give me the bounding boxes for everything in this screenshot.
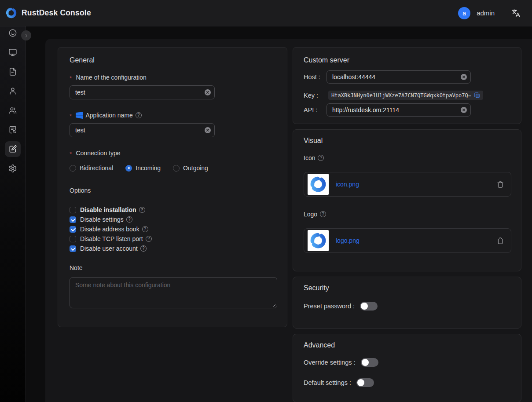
host-field (327, 70, 471, 84)
note-field (70, 277, 277, 308)
clear-icon[interactable] (461, 107, 467, 113)
key-label: Key : (304, 92, 327, 99)
delete-icon[interactable] (497, 237, 504, 245)
document-icon (8, 67, 17, 76)
radio-incoming[interactable]: Incoming (125, 164, 161, 172)
default-settings-label: Default settings : (304, 379, 351, 386)
app-title: RustDesk Console (22, 8, 91, 18)
note-textarea[interactable] (70, 277, 277, 308)
default-settings-toggle[interactable] (356, 378, 374, 387)
sidebar-item-custom-clients[interactable] (0, 139, 26, 159)
options-label: Options (70, 186, 275, 195)
sidebar-item-device-logs[interactable] (0, 120, 26, 139)
override-settings-toggle[interactable] (361, 358, 378, 367)
help-icon[interactable]: ? (140, 245, 147, 252)
visual-title: Visual (304, 137, 510, 145)
radio-outgoing[interactable]: Outgoing (173, 164, 208, 172)
preset-password-toggle[interactable] (360, 302, 378, 311)
logo-label: Logo ? (304, 210, 510, 219)
avatar[interactable]: a (458, 7, 470, 19)
checkbox-icon (70, 216, 76, 223)
app-name-label: Application name ? (70, 111, 275, 120)
key-chip: HtaXBkJNHyn0e1U1jWXze7A7CN7QTGWqxkOtpaVp… (328, 91, 483, 100)
advanced-card: Advanced Override settings : Default set… (293, 334, 521, 402)
custom-server-card: Custom server Host : Key : HtaXBkJNHyn0e… (293, 47, 521, 124)
checkbox-disable-address-book[interactable]: Disable address book ? (70, 224, 275, 234)
translate-icon[interactable] (511, 8, 521, 18)
security-card: Security Preset password : (293, 277, 521, 329)
chevron-right-icon (24, 33, 29, 38)
delete-icon[interactable] (497, 181, 504, 188)
sidebar-collapse-button[interactable] (21, 30, 31, 40)
clear-icon[interactable] (205, 89, 211, 95)
copy-icon[interactable] (474, 92, 480, 99)
clear-icon[interactable] (461, 74, 467, 80)
sidebar-item-settings[interactable] (0, 159, 26, 178)
app-name-field (70, 123, 215, 137)
config-name-label: Name of the configuration (70, 73, 275, 82)
radio-icon (70, 165, 76, 172)
editor-icon (8, 145, 17, 153)
config-name-input[interactable] (70, 85, 215, 99)
logo-filename-link[interactable]: logo.png (336, 237, 360, 244)
options-group: Disable installation ? Disable settings … (70, 205, 275, 253)
rustdesk-logo-icon (309, 175, 327, 193)
settings-icon (8, 164, 17, 173)
help-icon[interactable]: ? (318, 155, 324, 161)
icon-thumbnail (308, 174, 329, 195)
main-content: General Name of the configuration Applic… (45, 39, 532, 402)
help-icon[interactable]: ? (142, 226, 148, 232)
checkbox-icon (70, 207, 76, 213)
monitor-icon (8, 48, 17, 57)
logo-upload-item: logo.png (304, 228, 511, 253)
sidebar (0, 26, 26, 402)
help-icon[interactable]: ? (139, 207, 145, 213)
api-label: API : (304, 106, 327, 113)
checkbox-disable-settings[interactable]: Disable settings ? (70, 215, 275, 224)
advanced-title: Advanced (304, 341, 510, 349)
radio-icon (173, 165, 180, 172)
connection-type-group: Bidirectional Incoming Outgoing (70, 164, 275, 172)
checkbox-icon (70, 245, 76, 252)
sidebar-item-groups[interactable] (0, 101, 26, 120)
checkbox-disable-user-account[interactable]: Disable user account ? (70, 244, 275, 253)
host-input[interactable] (327, 70, 471, 84)
user-icon (8, 87, 17, 95)
help-icon[interactable]: ? (146, 236, 152, 242)
audit-log-icon (8, 125, 17, 134)
sidebar-item-devices[interactable] (0, 43, 26, 62)
api-row: API : (304, 103, 510, 117)
checkbox-icon (70, 236, 76, 242)
sidebar-item-audit[interactable] (0, 62, 26, 81)
api-input[interactable] (327, 103, 471, 117)
help-icon[interactable]: ? (126, 216, 132, 223)
help-icon[interactable]: ? (136, 112, 142, 118)
checkbox-disable-tcp-listen-port[interactable]: Disable TCP listen port ? (70, 234, 275, 244)
config-name-field (70, 85, 215, 99)
note-label: Note (70, 263, 275, 272)
preset-password-label: Preset password : (304, 303, 355, 310)
clear-icon[interactable] (205, 127, 211, 133)
user-group-icon (8, 106, 17, 115)
rustdesk-logo-icon (309, 232, 327, 249)
key-value: HtaXBkJNHyn0e1U1jWXze7A7CN7QTGWqxkOtpaVp… (331, 92, 471, 99)
icon-filename-link[interactable]: icon.png (336, 181, 359, 188)
help-icon[interactable]: ? (320, 211, 326, 217)
override-settings-label: Override settings : (304, 359, 356, 366)
sidebar-item-users[interactable] (0, 81, 26, 101)
key-row: Key : HtaXBkJNHyn0e1U1jWXze7A7CN7QTGWqxk… (304, 91, 510, 100)
user-name[interactable]: admin (477, 9, 495, 17)
checkbox-disable-installation[interactable]: Disable installation ? (70, 205, 275, 215)
app-header: RustDesk Console a admin (0, 0, 532, 26)
logo-thumbnail (308, 230, 329, 251)
host-label: Host : (304, 73, 327, 80)
connection-type-label: Connection type (70, 149, 275, 157)
icon-label: Icon ? (304, 153, 510, 162)
radio-bidirectional[interactable]: Bidirectional (70, 164, 113, 172)
custom-server-title: Custom server (304, 56, 510, 64)
app-name-input[interactable] (70, 123, 215, 137)
rustdesk-logo-icon (5, 7, 17, 19)
preset-password-row: Preset password : (304, 300, 510, 312)
icon-upload-item: icon.png (304, 172, 511, 197)
radio-icon (125, 165, 132, 172)
